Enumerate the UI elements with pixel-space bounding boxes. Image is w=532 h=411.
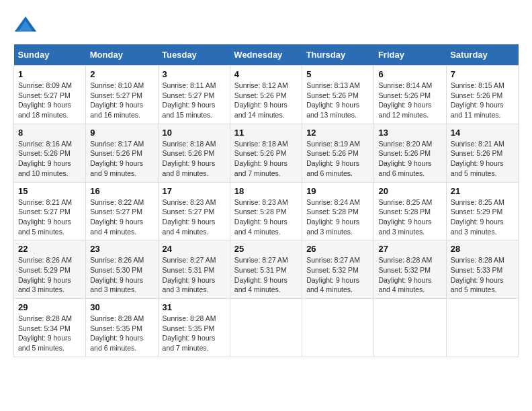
day-info: Sunrise: 8:18 AM Sunset: 5:26 PM Dayligh… <box>234 139 298 179</box>
calendar-week-5: 29 Sunrise: 8:28 AM Sunset: 5:34 PM Dayl… <box>14 299 519 357</box>
day-number: 2 <box>90 69 153 79</box>
daylight: Daylight: 9 hours and 16 minutes. <box>90 101 143 119</box>
calendar-cell: 23 Sunrise: 8:26 AM Sunset: 5:30 PM Dayl… <box>86 240 158 299</box>
sunrise: Sunrise: 8:27 AM <box>163 256 216 264</box>
sunrise: Sunrise: 8:18 AM <box>234 140 288 148</box>
day-number: 14 <box>451 128 514 138</box>
sunrise: Sunrise: 8:13 AM <box>306 81 360 89</box>
sunrise: Sunrise: 8:28 AM <box>378 256 432 264</box>
daylight: Daylight: 9 hours and 3 minutes. <box>451 218 504 236</box>
calendar-cell: 8 Sunrise: 8:16 AM Sunset: 5:26 PM Dayli… <box>14 124 86 182</box>
calendar-header-row: SundayMondayTuesdayWednesdayThursdayFrid… <box>14 44 519 66</box>
daylight: Daylight: 9 hours and 9 minutes. <box>90 159 143 177</box>
day-number: 30 <box>90 302 153 312</box>
day-info: Sunrise: 8:18 AM Sunset: 5:26 PM Dayligh… <box>163 139 226 179</box>
calendar-cell <box>446 299 518 357</box>
calendar-cell: 7 Sunrise: 8:15 AM Sunset: 5:26 PM Dayli… <box>446 66 518 124</box>
sunset: Sunset: 5:35 PM <box>163 324 215 332</box>
daylight: Daylight: 9 hours and 5 minutes. <box>18 218 71 236</box>
calendar-cell: 26 Sunrise: 8:27 AM Sunset: 5:32 PM Dayl… <box>302 240 374 299</box>
daylight: Daylight: 9 hours and 4 minutes. <box>90 218 143 236</box>
calendar-table: SundayMondayTuesdayWednesdayThursdayFrid… <box>13 44 519 357</box>
sunset: Sunset: 5:34 PM <box>18 324 71 332</box>
day-info: Sunrise: 8:10 AM Sunset: 5:27 PM Dayligh… <box>90 81 153 120</box>
day-number: 11 <box>234 128 298 138</box>
day-number: 21 <box>451 186 514 196</box>
calendar-cell: 25 Sunrise: 8:27 AM Sunset: 5:31 PM Dayl… <box>230 240 302 299</box>
calendar-cell: 12 Sunrise: 8:19 AM Sunset: 5:26 PM Dayl… <box>302 124 374 182</box>
sunrise: Sunrise: 8:14 AM <box>378 81 432 89</box>
sunset: Sunset: 5:26 PM <box>234 149 287 157</box>
calendar-cell <box>302 299 374 357</box>
calendar-cell: 21 Sunrise: 8:25 AM Sunset: 5:29 PM Dayl… <box>446 182 518 240</box>
sunrise: Sunrise: 8:25 AM <box>378 198 432 206</box>
day-number: 18 <box>234 186 298 196</box>
calendar-cell: 29 Sunrise: 8:28 AM Sunset: 5:34 PM Dayl… <box>14 299 86 357</box>
sunrise: Sunrise: 8:28 AM <box>163 314 216 322</box>
day-info: Sunrise: 8:28 AM Sunset: 5:34 PM Dayligh… <box>18 314 81 353</box>
day-number: 25 <box>234 244 298 254</box>
day-number: 20 <box>378 186 441 196</box>
day-number: 23 <box>90 244 153 254</box>
column-header-monday: Monday <box>86 44 158 66</box>
daylight: Daylight: 9 hours and 7 minutes. <box>163 334 216 352</box>
day-info: Sunrise: 8:21 AM Sunset: 5:27 PM Dayligh… <box>18 197 81 237</box>
sunset: Sunset: 5:27 PM <box>163 208 215 216</box>
calendar-week-2: 8 Sunrise: 8:16 AM Sunset: 5:26 PM Dayli… <box>14 124 519 182</box>
calendar-cell: 27 Sunrise: 8:28 AM Sunset: 5:32 PM Dayl… <box>374 240 446 299</box>
day-number: 12 <box>306 128 369 138</box>
day-info: Sunrise: 8:15 AM Sunset: 5:26 PM Dayligh… <box>451 81 514 120</box>
calendar-cell: 31 Sunrise: 8:28 AM Sunset: 5:35 PM Dayl… <box>158 299 230 357</box>
calendar-cell: 13 Sunrise: 8:20 AM Sunset: 5:26 PM Dayl… <box>374 124 446 182</box>
sunrise: Sunrise: 8:28 AM <box>18 314 72 322</box>
daylight: Daylight: 9 hours and 6 minutes. <box>90 334 143 352</box>
daylight: Daylight: 9 hours and 3 minutes. <box>306 218 359 236</box>
day-info: Sunrise: 8:14 AM Sunset: 5:26 PM Dayligh… <box>378 81 441 120</box>
day-number: 1 <box>18 69 81 79</box>
sunset: Sunset: 5:33 PM <box>451 266 503 274</box>
sunset: Sunset: 5:26 PM <box>90 149 142 157</box>
daylight: Daylight: 9 hours and 5 minutes. <box>451 276 504 294</box>
calendar-cell: 5 Sunrise: 8:13 AM Sunset: 5:26 PM Dayli… <box>302 66 374 124</box>
day-info: Sunrise: 8:28 AM Sunset: 5:33 PM Dayligh… <box>451 255 514 295</box>
day-info: Sunrise: 8:28 AM Sunset: 5:32 PM Dayligh… <box>378 255 441 295</box>
sunset: Sunset: 5:26 PM <box>378 91 431 99</box>
day-info: Sunrise: 8:26 AM Sunset: 5:30 PM Dayligh… <box>90 255 153 295</box>
daylight: Daylight: 9 hours and 4 minutes. <box>306 276 359 294</box>
sunrise: Sunrise: 8:27 AM <box>306 256 360 264</box>
calendar-cell: 20 Sunrise: 8:25 AM Sunset: 5:28 PM Dayl… <box>374 182 446 240</box>
day-info: Sunrise: 8:27 AM Sunset: 5:31 PM Dayligh… <box>234 255 298 295</box>
day-number: 9 <box>90 128 153 138</box>
calendar-week-1: 1 Sunrise: 8:09 AM Sunset: 5:27 PM Dayli… <box>14 66 519 124</box>
column-header-thursday: Thursday <box>302 44 374 66</box>
sunset: Sunset: 5:26 PM <box>378 149 431 157</box>
daylight: Daylight: 9 hours and 3 minutes. <box>90 276 143 294</box>
calendar-week-4: 22 Sunrise: 8:26 AM Sunset: 5:29 PM Dayl… <box>14 240 519 299</box>
sunset: Sunset: 5:27 PM <box>18 91 71 99</box>
day-number: 6 <box>378 69 441 79</box>
day-number: 4 <box>234 69 298 79</box>
day-info: Sunrise: 8:27 AM Sunset: 5:32 PM Dayligh… <box>306 255 369 295</box>
day-number: 27 <box>378 244 441 254</box>
day-info: Sunrise: 8:19 AM Sunset: 5:26 PM Dayligh… <box>306 139 369 179</box>
sunset: Sunset: 5:32 PM <box>306 266 359 274</box>
day-info: Sunrise: 8:17 AM Sunset: 5:26 PM Dayligh… <box>90 139 153 179</box>
sunset: Sunset: 5:35 PM <box>90 324 142 332</box>
calendar-cell: 4 Sunrise: 8:12 AM Sunset: 5:26 PM Dayli… <box>230 66 302 124</box>
sunset: Sunset: 5:27 PM <box>18 208 71 216</box>
daylight: Daylight: 9 hours and 11 minutes. <box>451 101 504 119</box>
sunrise: Sunrise: 8:12 AM <box>234 81 288 89</box>
day-info: Sunrise: 8:25 AM Sunset: 5:29 PM Dayligh… <box>451 197 514 237</box>
day-info: Sunrise: 8:23 AM Sunset: 5:27 PM Dayligh… <box>163 197 226 237</box>
day-number: 7 <box>451 69 514 79</box>
calendar-cell: 10 Sunrise: 8:18 AM Sunset: 5:26 PM Dayl… <box>158 124 230 182</box>
logo-icon <box>13 13 38 38</box>
calendar-cell: 1 Sunrise: 8:09 AM Sunset: 5:27 PM Dayli… <box>14 66 86 124</box>
sunrise: Sunrise: 8:27 AM <box>234 256 288 264</box>
column-header-sunday: Sunday <box>14 44 86 66</box>
day-info: Sunrise: 8:12 AM Sunset: 5:26 PM Dayligh… <box>234 81 298 120</box>
day-info: Sunrise: 8:24 AM Sunset: 5:28 PM Dayligh… <box>306 197 369 237</box>
sunset: Sunset: 5:30 PM <box>90 266 142 274</box>
day-info: Sunrise: 8:09 AM Sunset: 5:27 PM Dayligh… <box>18 81 81 120</box>
sunrise: Sunrise: 8:23 AM <box>234 198 288 206</box>
